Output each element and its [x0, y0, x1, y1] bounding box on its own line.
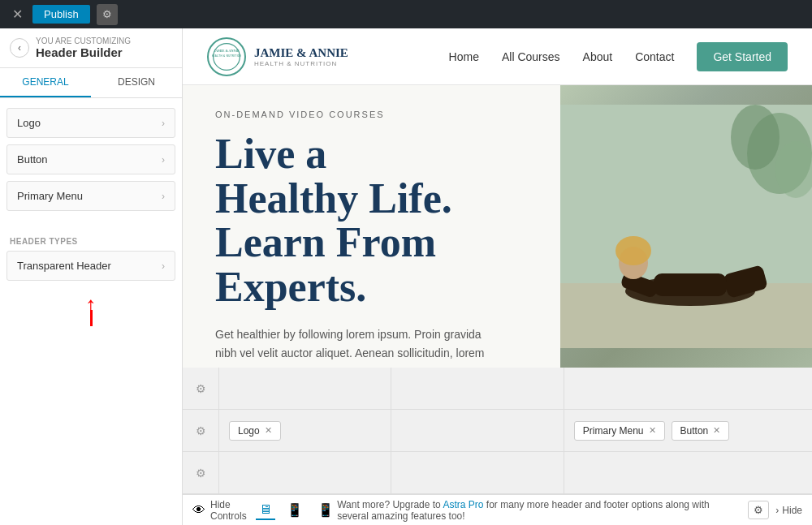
sidebar-title: Header Builder	[36, 45, 131, 59]
primary-menu-chip-label: Primary Menu	[583, 425, 644, 437]
chevron-right-icon: ›	[775, 505, 779, 516]
button-chip-close[interactable]: ✕	[713, 425, 720, 436]
logo-chip-close[interactable]: ✕	[265, 425, 272, 436]
chevron-icon: ›	[162, 154, 165, 166]
row-3-right[interactable]	[564, 452, 812, 493]
back-button[interactable]: ‹	[10, 38, 29, 58]
hero-eyebrow: ON-DEMAND VIDEO COURSES	[215, 110, 528, 119]
top-bar: ✕ Publish ⚙	[0, 0, 812, 28]
top-bar-left: ✕ Publish ⚙	[8, 4, 118, 25]
tablet-icon[interactable]: 📱	[283, 501, 306, 519]
hero-text-area: ON-DEMAND VIDEO COURSES Live aHealthy Li…	[183, 85, 560, 368]
logo-tagline: HEALTH & NUTRITION	[254, 60, 348, 67]
logo-text: JAMIE & ANNIE HEALTH & NUTRITION	[254, 45, 348, 67]
nav-all-courses[interactable]: All Courses	[502, 50, 560, 63]
settings-button[interactable]: ⚙	[97, 4, 118, 25]
hero-image-svg	[560, 85, 812, 368]
upgrade-text: Want more? Upgrade to Astra Pro for many…	[337, 499, 741, 522]
logo-circle: JAMIE & ANNIE HEALTH & NUTRITION	[207, 37, 246, 76]
svg-text:JAMIE & ANNIE: JAMIE & ANNIE	[214, 49, 240, 53]
sidebar-title-block: You are customizing Header Builder	[36, 37, 131, 59]
bottom-settings-button[interactable]: ⚙	[748, 501, 769, 519]
hide-controls-label: Hide Controls	[210, 499, 256, 522]
content-area: ON-DEMAND VIDEO COURSES Live aHealthy Li…	[183, 85, 812, 494]
tab-general[interactable]: General	[0, 68, 91, 97]
hero-body: Get healthier by following lorem ipsum. …	[215, 325, 491, 362]
row-1-left[interactable]	[219, 368, 391, 409]
nav-home[interactable]: Home	[449, 50, 479, 63]
sidebar-header: ‹ You are customizing Header Builder	[0, 28, 182, 68]
row-3-left[interactable]	[219, 452, 391, 493]
hide-controls-area[interactable]: 👁 Hide Controls	[192, 499, 256, 522]
gear-icon: ⚙	[754, 504, 763, 516]
row-1-center[interactable]	[391, 368, 564, 409]
desktop-icon[interactable]: 🖥	[256, 501, 275, 520]
row-2-right[interactable]: Primary Menu ✕ Button ✕	[564, 410, 812, 451]
row-handle-2: ⚙	[183, 410, 219, 451]
settings-icon: ⚙	[196, 467, 206, 480]
header-type-items: Transparent Header ›	[0, 251, 182, 287]
sidebar-tabs: General Design	[0, 68, 182, 98]
row-3-center[interactable]	[391, 452, 564, 493]
row-1-right[interactable]	[564, 368, 812, 409]
arrow-stem	[90, 310, 93, 326]
hero-image-placeholder	[560, 85, 812, 368]
hero-headline: Live aHealthy Life.Learn FromExperts.	[215, 132, 528, 309]
sidebar-item-logo[interactable]: Logo ›	[6, 108, 175, 138]
website-nav: Home All Courses About Contact Get Start…	[449, 42, 788, 71]
settings-icon: ⚙	[196, 382, 206, 395]
preview-area: JAMIE & ANNIE HEALTH & NUTRITION JAMIE &…	[183, 28, 812, 525]
logo-chip[interactable]: Logo ✕	[229, 421, 281, 441]
hide-button[interactable]: › Hide	[775, 505, 802, 516]
row-handle-1: ⚙	[183, 368, 219, 409]
hero-image-area	[560, 85, 812, 368]
mobile-icon[interactable]: 📱	[314, 501, 337, 519]
primary-menu-chip[interactable]: Primary Menu ✕	[574, 421, 665, 441]
builder-rows: ⚙ ⚙ Logo ✕	[183, 368, 812, 494]
bottom-bar: 👁 Hide Controls 🖥 📱 📱 Want more? Upgrade…	[183, 494, 812, 525]
row-2-left[interactable]: Logo ✕	[219, 410, 391, 451]
nav-contact[interactable]: Contact	[635, 50, 674, 63]
logo-name: JAMIE & ANNIE	[254, 45, 348, 60]
settings-icon: ⚙	[196, 424, 206, 437]
chevron-icon: ›	[162, 118, 165, 129]
gear-icon: ⚙	[102, 8, 112, 20]
main-layout: ‹ You are customizing Header Builder Gen…	[0, 28, 812, 525]
builder-row-2: ⚙ Logo ✕ Primary Menu ✕	[183, 410, 812, 452]
bottom-right: Want more? Upgrade to Astra Pro for many…	[337, 499, 802, 522]
device-icons: 🖥 📱 📱	[256, 501, 337, 520]
sidebar: ‹ You are customizing Header Builder Gen…	[0, 28, 183, 525]
svg-point-5	[731, 105, 780, 170]
chevron-icon: ›	[162, 191, 165, 202]
sidebar-subtitle: You are customizing	[36, 37, 131, 45]
get-started-button[interactable]: Get Started	[697, 42, 788, 71]
logo-area: JAMIE & ANNIE HEALTH & NUTRITION JAMIE &…	[207, 37, 348, 76]
tab-design[interactable]: Design	[91, 68, 182, 97]
chevron-icon: ›	[162, 260, 165, 272]
sidebar-item-primary-menu[interactable]: Primary Menu ›	[6, 181, 175, 211]
sidebar-items: Logo › Button › Primary Menu ›	[0, 98, 182, 227]
website-header: JAMIE & ANNIE HEALTH & NUTRITION JAMIE &…	[183, 28, 812, 85]
svg-rect-13	[654, 273, 727, 296]
close-button[interactable]: ✕	[8, 6, 26, 24]
nav-about[interactable]: About	[583, 50, 613, 63]
hero-section: ON-DEMAND VIDEO COURSES Live aHealthy Li…	[183, 85, 812, 368]
row-2-center[interactable]	[391, 410, 564, 451]
logo-chip-label: Logo	[238, 425, 260, 437]
builder-row-1: ⚙	[183, 368, 812, 410]
logo-svg: JAMIE & ANNIE HEALTH & NUTRITION	[212, 39, 241, 75]
header-types-label: Header Types	[0, 227, 182, 251]
button-chip-label: Button	[680, 425, 709, 437]
eye-icon: 👁	[192, 503, 205, 518]
row-handle-3: ⚙	[183, 452, 219, 493]
astra-pro-link[interactable]: Astra Pro	[443, 499, 483, 510]
primary-menu-chip-close[interactable]: ✕	[649, 425, 656, 436]
publish-button[interactable]: Publish	[32, 5, 90, 24]
svg-text:HEALTH & NUTRITION: HEALTH & NUTRITION	[212, 54, 241, 58]
svg-point-12	[615, 236, 651, 265]
builder-row-3: ⚙	[183, 452, 812, 494]
arrow-indicator: ↑	[0, 287, 182, 333]
sidebar-item-transparent-header[interactable]: Transparent Header ›	[6, 251, 175, 281]
button-chip[interactable]: Button ✕	[672, 421, 730, 441]
sidebar-item-button[interactable]: Button ›	[6, 144, 175, 174]
